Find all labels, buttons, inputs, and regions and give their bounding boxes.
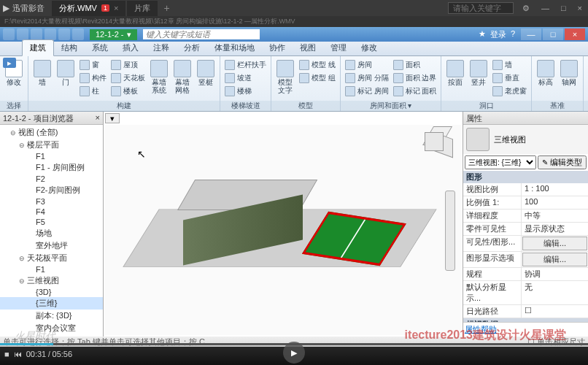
curtain-grid-button[interactable]: 幕墙 网格 [171,58,193,96]
tree-item[interactable]: 场地 [0,227,103,239]
ribbon-tab-修改[interactable]: 修改 [354,40,384,55]
star-icon[interactable]: ★ [479,29,486,40]
qat-open-icon[interactable] [17,28,28,40]
railing-button[interactable]: 栏杆扶手 [223,58,268,71]
ribbon-tab-系统[interactable]: 系统 [85,40,115,55]
tree-item[interactable]: F1 [0,264,103,274]
ramp-button[interactable]: 坡道 [223,72,268,84]
edit-type-button[interactable]: ✎ 编辑类型 [538,155,587,169]
close-icon[interactable]: × [114,4,118,12]
help-search-input[interactable] [143,29,260,39]
ribbon-collapse-button[interactable]: ▸ [3,58,16,68]
ceiling-button[interactable]: 天花板 [109,72,147,84]
view-tab-strip[interactable]: ▾ [105,113,120,123]
ribbon-tab-插入[interactable]: 插入 [115,40,146,55]
view-selector[interactable]: 三维视图: {三维} [465,155,536,169]
props-type-header[interactable]: 三维视图 [463,125,588,154]
tree-item[interactable]: F4 [0,207,103,217]
browser-close-icon[interactable]: × [96,113,100,123]
shaft-button[interactable]: 竖井 [468,58,490,88]
user-area[interactable]: ★ 登录 ? [479,29,515,40]
prev-icon[interactable]: ⏮ [14,350,22,358]
qat-redo-icon[interactable] [58,28,70,40]
panel-room[interactable]: 房间和面积 ▾ [341,101,441,111]
tree-item[interactable]: F1 [0,151,103,161]
prop-row[interactable]: 图形显示选项编辑... [463,252,588,268]
view-cube[interactable] [425,132,454,161]
tree-item[interactable]: 副本: {3D} [0,310,103,322]
level-button[interactable]: 标高 [535,58,557,88]
ribbon-tab-分析[interactable]: 分析 [177,40,207,55]
ribbon-tab-注释[interactable]: 注释 [146,40,177,55]
grid-button[interactable]: 轴网 [558,58,580,88]
stop-icon[interactable]: ■ [4,350,9,358]
tree-item[interactable]: F3 [0,196,103,207]
tree-item[interactable]: ⊖楼层平面 [0,139,103,151]
prop-row[interactable]: 日光路径☐ [463,305,588,318]
tree-item[interactable]: F2 [0,174,103,184]
props-section-graphics[interactable]: 图形 [463,171,588,183]
prop-row[interactable]: 零件可见性显示原状态 [463,223,588,236]
roof-button[interactable]: 屋顶 [109,58,147,71]
tree-item[interactable]: F2-房间图例 [0,184,103,196]
area-bnd-button[interactable]: 面积 边界 [392,72,438,84]
qat-print-icon[interactable] [72,28,84,40]
tree-item[interactable]: ⊖天花板平面 [0,252,103,264]
ribbon-tab-视图[interactable]: 视图 [293,40,323,55]
area-button[interactable]: 面积 [392,58,438,71]
player-search-input[interactable] [448,2,514,14]
floor-button[interactable]: 楼板 [109,85,147,97]
component-button[interactable]: 构件 [78,72,108,84]
props-grid[interactable]: 图形 视图比例1 : 100比例值 1:100详细程度中等零件可见性显示原状态可… [463,171,588,322]
model-line-button[interactable]: 模型 线 [298,58,337,71]
close-icon[interactable]: × [575,4,585,12]
vertical-button[interactable]: 垂直 [491,72,528,84]
prop-row[interactable]: 可见性/图形...编辑... [463,236,588,252]
viewport-3d[interactable]: ▾ ↖ [104,112,463,337]
player-tab-active[interactable]: 分析.WMV1× [52,1,125,16]
wall-button[interactable]: 墙 [31,58,53,88]
ribbon-tab-体量和场地[interactable]: 体量和场地 [207,40,262,55]
player-tab-library[interactable]: 片库 [127,1,158,16]
model-text-button[interactable]: 模型 文字 [274,58,296,96]
window-button[interactable]: 窗 [78,58,108,71]
qat-home-icon[interactable] [3,28,15,40]
tree-item[interactable]: {3D} [0,287,103,297]
mullion-button[interactable]: 竖梃 [195,58,217,88]
curtain-system-button[interactable]: 幕墙 系统 [148,58,170,96]
browser-tree[interactable]: ⊖视图 (全部)⊖楼层平面F1F1 - 房间图例F2F2-房间图例F3F4F5场… [0,125,103,337]
qat-save-icon[interactable] [31,28,42,40]
navigation-bar[interactable] [445,191,455,271]
tree-item[interactable]: F5 [0,217,103,227]
add-tab-button[interactable]: + [163,2,169,14]
qat-undo-icon[interactable] [45,28,56,40]
maximize-icon[interactable]: □ [558,4,569,12]
tree-item[interactable]: F1 - 房间图例 [0,161,103,174]
prop-row[interactable]: 详细程度中等 [463,210,588,223]
stair-button[interactable]: 楼梯 [223,85,268,97]
minimize-icon[interactable]: — [538,4,552,12]
login-button[interactable]: 登录 [490,29,506,40]
ribbon-tab-协作[interactable]: 协作 [262,40,293,55]
ribbon-tab-管理[interactable]: 管理 [323,40,354,55]
room-button[interactable]: 房间 [344,58,390,71]
tag-area-button[interactable]: 标记 面积 [392,85,438,97]
prop-row[interactable]: 默认分析显示...无 [463,281,588,305]
dormer-button[interactable]: 老虎窗 [491,85,528,97]
settings-icon[interactable]: ⚙ [519,4,533,13]
room-sep-button[interactable]: 房间 分隔 [344,72,390,84]
wall-open-button[interactable]: 墙 [491,58,528,71]
column-button[interactable]: 柱 [78,85,108,97]
tree-item[interactable]: ⊖视图 (全部) [0,126,103,139]
door-button[interactable]: 门 [55,58,77,88]
help-icon[interactable]: ? [511,29,515,40]
prop-row[interactable]: 视图比例1 : 100 [463,183,588,196]
tag-room-button[interactable]: 标记 房间 [344,85,390,97]
prop-row[interactable]: 比例值 1:100 [463,196,588,210]
ribbon-tab-建筑[interactable]: 建筑 [22,39,54,56]
app-close-icon[interactable]: × [565,28,585,40]
tree-item[interactable]: ⊖三维视图 [0,274,103,287]
tree-item[interactable]: 室外地坪 [0,239,103,252]
by-face-button[interactable]: 按面 [444,58,466,88]
doc-name-chip[interactable]: 12-1-2 -▾ [90,29,137,40]
